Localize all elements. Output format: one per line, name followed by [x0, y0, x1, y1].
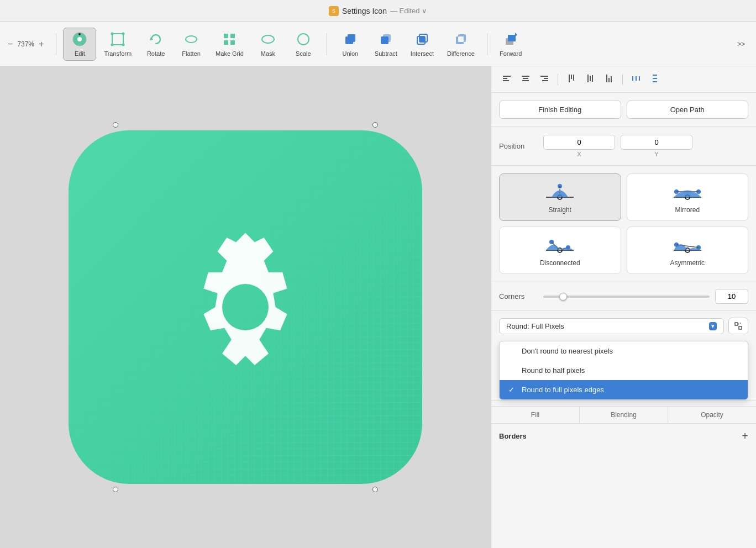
main-toolbar: − 737% + Edit Transform Rotate Flatten: [0, 22, 756, 66]
intersect-tool-button[interactable]: Intersect: [405, 28, 439, 60]
dont-round-option[interactable]: Don't round to nearest pixels: [500, 341, 748, 361]
dont-round-label: Don't round to nearest pixels: [522, 347, 613, 355]
disconnected-label: Disconnected: [540, 259, 580, 267]
scale-tool-button[interactable]: Scale: [287, 28, 320, 60]
selection-handle-br[interactable]: [372, 487, 378, 492]
asymmetric-label: Asymmetric: [670, 259, 705, 267]
svg-rect-21: [383, 34, 391, 42]
svg-rect-53: [653, 81, 657, 82]
svg-rect-12: [224, 34, 228, 38]
disconnected-point-type[interactable]: Disconnected: [499, 226, 621, 274]
svg-rect-14: [224, 40, 228, 45]
intersect-label: Intersect: [411, 50, 434, 57]
selection-handle-tl[interactable]: [113, 122, 118, 128]
selection-handle-tr[interactable]: [372, 122, 378, 128]
flatten-tool-button[interactable]: Flatten: [175, 28, 208, 60]
rotate-icon: [148, 31, 164, 49]
align-center-v-button[interactable]: [582, 72, 598, 87]
mirrored-icon: [671, 181, 704, 203]
finish-editing-button[interactable]: Finish Editing: [499, 101, 621, 119]
forward-tool-button[interactable]: Forward: [494, 28, 527, 60]
transform-tool-button[interactable]: Transform: [98, 28, 137, 60]
distribute-h-button[interactable]: [628, 72, 644, 87]
svg-point-16: [262, 35, 274, 43]
union-icon: [343, 31, 358, 49]
round-pixels-dropdown[interactable]: Round: Full Pixels ▾: [499, 318, 724, 334]
edit-tool-button[interactable]: Edit: [63, 28, 96, 61]
borders-section: Borders +: [491, 423, 756, 448]
y-position-input[interactable]: [621, 135, 692, 150]
add-border-button[interactable]: +: [742, 430, 748, 441]
alignment-toolbar: [491, 66, 756, 93]
align-separator: [558, 74, 558, 85]
mirrored-point-type[interactable]: Mirrored: [627, 173, 749, 221]
svg-rect-42: [587, 75, 589, 82]
y-axis-label: Y: [654, 151, 658, 157]
svg-rect-37: [544, 78, 548, 79]
svg-rect-47: [611, 76, 612, 82]
round-half-label: Round to half pixels: [522, 366, 585, 375]
svg-rect-29: [508, 35, 516, 41]
bottom-tabs: Fill Blending Opacity: [491, 406, 756, 423]
corners-value-input[interactable]: [715, 289, 748, 304]
distribute-v-button[interactable]: [647, 72, 663, 87]
svg-rect-33: [522, 76, 529, 77]
asymmetric-point-type[interactable]: Asymmetric: [627, 226, 749, 274]
zoom-out-button[interactable]: −: [6, 38, 15, 50]
scale-icon: [296, 31, 311, 49]
flatten-icon: [183, 31, 199, 49]
svg-rect-43: [590, 76, 591, 81]
point-type-section: Straight Mirrored: [491, 166, 756, 282]
tab-blending[interactable]: Blending: [580, 407, 668, 423]
align-right-button[interactable]: [537, 72, 552, 87]
app-icon-canvas[interactable]: [69, 130, 422, 484]
subtract-label: Subtract: [375, 50, 397, 57]
subtract-icon: [378, 31, 393, 49]
main-area: Finish Editing Open Path Position X Y: [0, 66, 756, 548]
open-path-button[interactable]: Open Path: [627, 101, 749, 119]
distribute-v-icon: [650, 74, 659, 83]
toolbar-separator-1: [56, 33, 56, 55]
svg-rect-34: [523, 78, 528, 79]
svg-rect-39: [569, 75, 570, 82]
forward-label: Forward: [500, 50, 522, 57]
straight-point-type[interactable]: Straight: [499, 173, 621, 221]
svg-rect-30: [503, 76, 511, 77]
snap-button[interactable]: [728, 318, 748, 334]
x-axis-label: X: [577, 151, 581, 157]
subtract-tool-button[interactable]: Subtract: [369, 28, 403, 60]
selection-handle-bl[interactable]: [113, 487, 118, 492]
x-position-input[interactable]: [543, 135, 615, 150]
mask-tool-button[interactable]: Mask: [251, 28, 285, 60]
difference-tool-button[interactable]: Difference: [442, 28, 480, 60]
align-top-button[interactable]: [564, 72, 579, 87]
zoom-in-button[interactable]: +: [36, 38, 46, 50]
snap-icon: [734, 322, 743, 330]
make-grid-tool-button[interactable]: Make Grid: [210, 28, 249, 60]
round-full-option[interactable]: ✓ Round to full pixels edges: [500, 380, 748, 399]
align-center-h-button[interactable]: [518, 72, 533, 87]
canvas-content: [52, 100, 439, 514]
round-pixels-section: Round: Full Pixels ▾ Don't round to n: [491, 311, 756, 401]
round-half-option[interactable]: Round to half pixels: [500, 361, 748, 380]
titlebar: S Settings Icon — Edited ∨: [0, 0, 756, 22]
align-left-button[interactable]: [499, 72, 514, 87]
tab-fill[interactable]: Fill: [491, 407, 580, 423]
union-tool-button[interactable]: Union: [334, 28, 367, 60]
more-tools-button[interactable]: >>: [732, 37, 750, 51]
canvas-area[interactable]: [0, 66, 491, 548]
difference-label: Difference: [447, 50, 475, 57]
svg-point-8: [111, 43, 114, 46]
union-label: Union: [342, 50, 358, 57]
document-subtitle: — Edited ∨: [390, 7, 427, 15]
corners-slider[interactable]: [543, 296, 710, 298]
tab-opacity[interactable]: Opacity: [668, 407, 756, 423]
svg-text:S: S: [332, 8, 335, 14]
zoom-controls: − 737% +: [6, 38, 46, 50]
align-right-icon: [540, 74, 549, 83]
window-title-group: S Settings Icon — Edited ∨: [329, 6, 427, 16]
svg-rect-27: [458, 36, 464, 42]
rotate-tool-button[interactable]: Rotate: [139, 28, 172, 60]
align-bottom-button[interactable]: [601, 72, 617, 87]
svg-rect-75: [739, 326, 742, 329]
